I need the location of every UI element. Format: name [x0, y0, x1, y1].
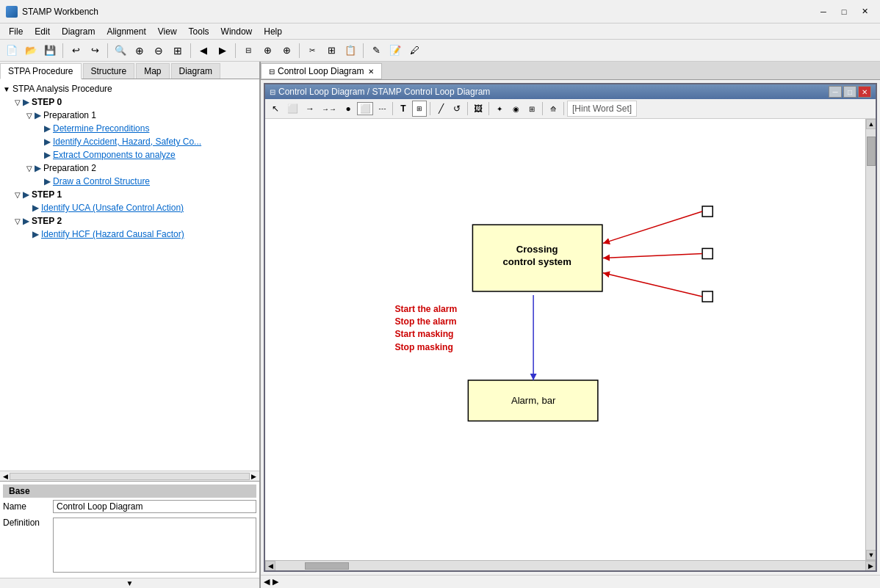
menu-view[interactable]: View — [152, 25, 183, 38]
menu-help[interactable]: Help — [258, 25, 288, 38]
toolbar-zoom-out[interactable]: ⊖ — [150, 42, 167, 59]
nav-left-arrow[interactable]: ◀ — [264, 577, 270, 587]
hscroll-right-btn[interactable]: ▶ — [865, 561, 876, 571]
menu-tools[interactable]: Tools — [183, 25, 215, 38]
diagram-close-btn[interactable]: ✕ — [858, 86, 871, 98]
dtb-image[interactable]: 🖼 — [471, 101, 486, 117]
nav-right-arrow[interactable]: ▶ — [273, 577, 278, 587]
step1-arrow: ▶ — [23, 189, 29, 200]
toolbar-fit-page[interactable]: ⊞ — [169, 42, 187, 59]
tree-identify-uca[interactable]: ▶ Identify UCA (Unsafe Control Action) — [3, 201, 256, 214]
toolbar-draw3[interactable]: 🖊 — [405, 42, 423, 59]
dtb-rect[interactable]: ⬜ — [284, 101, 301, 117]
identify-hcf-link[interactable]: Identify HCF (Hazard Causal Factor) — [41, 229, 184, 239]
vscroll-thumb[interactable] — [867, 137, 876, 166]
main-toolbar: 📄 📂 💾 ↩ ↪ 🔍 ⊕ ⊖ ⊞ ◀ ▶ ⊟ ⊕ ⊕ ✂ ⊞ 📋 ✎ 📝 🖊 — [0, 40, 880, 62]
toolbar-open[interactable]: 📂 — [22, 42, 40, 59]
toolbar-redo[interactable]: ↪ — [86, 42, 104, 59]
dtb-connector[interactable]: ⟰ — [546, 101, 560, 117]
dtb-select[interactable]: ↖ — [268, 101, 283, 117]
vscroll-up-btn[interactable]: ▲ — [866, 119, 876, 129]
tab-structure[interactable]: Structure — [83, 63, 135, 79]
extract-components-link[interactable]: Extract Components to analyze — [53, 150, 176, 160]
hint-word-set-input[interactable]: [Hint Word Set] — [567, 101, 637, 117]
dtb-curve[interactable]: ↺ — [450, 101, 464, 117]
dtb-grid[interactable]: ⊞ — [524, 101, 539, 117]
tab-map[interactable]: Map — [136, 63, 169, 79]
step1-label: STEP 1 — [32, 189, 62, 200]
tree-prep1[interactable]: ▽ ▶ Preparation 1 — [3, 109, 256, 122]
tree-draw-control[interactable]: ▶ Draw a Control Structure — [3, 175, 256, 188]
main-content: STPA Procedure Structure Map Diagram ▼ S… — [0, 62, 880, 588]
diagram-tab-control-loop[interactable]: ⊟ Control Loop Diagram ✕ — [261, 63, 382, 79]
hscroll-track[interactable] — [10, 473, 250, 480]
determine-preconditions-link[interactable]: Determine Preconditions — [53, 123, 149, 134]
dtb-double-arrow[interactable]: →→ — [319, 101, 339, 117]
toolbar-draw1[interactable]: ✎ — [367, 42, 385, 59]
label-start-alarm: Start the alarm — [395, 304, 458, 314]
dtb-circle[interactable]: ● — [341, 101, 356, 117]
toolbar-fwd[interactable]: ▶ — [214, 42, 231, 59]
vscroll-track — [866, 129, 876, 550]
dtb-text-box[interactable]: ⊞ — [412, 101, 427, 117]
menu-file[interactable]: File — [3, 25, 29, 38]
diagram-tab-close[interactable]: ✕ — [368, 68, 374, 76]
menu-window[interactable]: Window — [215, 25, 259, 38]
draw-control-link[interactable]: Draw a Control Structure — [53, 176, 150, 186]
dtb-text[interactable]: T — [396, 101, 411, 117]
toolbar-new[interactable]: 📄 — [3, 42, 21, 59]
toolbar-zoom-in[interactable]: ⊕ — [131, 42, 148, 59]
tree-step2[interactable]: ▽ ▶ STEP 2 — [3, 214, 256, 228]
dtb-dashed[interactable]: - - - — [375, 101, 389, 117]
canvas-hscroll: ◀ ▶ — [265, 560, 876, 570]
toolbar-back[interactable]: ◀ — [195, 42, 212, 59]
toolbar-undo[interactable]: ↩ — [67, 42, 84, 59]
tab-stpa-procedure[interactable]: STPA Procedure — [0, 63, 82, 79]
toolbar-btn3[interactable]: ⊕ — [278, 42, 295, 59]
toolbar-save[interactable]: 💾 — [41, 42, 59, 59]
dtb-sep2 — [430, 102, 430, 115]
hscroll-left-btn[interactable]: ◀ — [1, 473, 10, 480]
toolbar-btn2[interactable]: ⊕ — [259, 42, 276, 59]
tab-diagram[interactable]: Diagram — [171, 63, 220, 79]
toolbar-paste[interactable]: 📋 — [342, 42, 359, 59]
tree-identify-accident[interactable]: ▶ Identify Accident, Hazard, Safety Co..… — [3, 135, 256, 148]
tree-determine-preconditions[interactable]: ▶ Determine Preconditions — [3, 122, 256, 135]
dtb-line[interactable]: ╱ — [433, 101, 448, 117]
dtb-snap2[interactable]: ◉ — [508, 101, 523, 117]
hscroll-right-btn[interactable]: ▶ — [250, 473, 258, 480]
identify-uca-link[interactable]: Identify UCA (Unsafe Control Action) — [41, 203, 184, 213]
tree-prep2[interactable]: ▽ ▶ Preparation 2 — [3, 161, 256, 175]
dtb-snap[interactable]: ✦ — [492, 101, 507, 117]
toolbar-copy[interactable]: ⊞ — [322, 42, 340, 59]
tree-step0[interactable]: ▽ ▶ STEP 0 — [3, 95, 256, 109]
toolbar-draw2[interactable]: 📝 — [386, 42, 404, 59]
hscroll-left-btn[interactable]: ◀ — [265, 561, 275, 571]
menu-alignment[interactable]: Alignment — [101, 25, 151, 38]
minimize-button[interactable]: ─ — [814, 4, 833, 19]
hscroll-thumb[interactable] — [305, 562, 349, 570]
sensor-arrow-1 — [603, 211, 702, 243]
menu-edit[interactable]: Edit — [29, 25, 56, 38]
definition-textarea[interactable] — [53, 518, 256, 573]
name-input[interactable] — [53, 500, 256, 513]
close-button[interactable]: ✕ — [855, 4, 874, 19]
diagram-maximize-btn[interactable]: □ — [843, 86, 856, 98]
dtb-arrow[interactable]: → — [303, 101, 317, 117]
dtb-rect2[interactable]: ⬜ — [357, 102, 373, 115]
tree-step1[interactable]: ▽ ▶ STEP 1 — [3, 188, 256, 201]
toolbar-btn1[interactable]: ⊟ — [239, 42, 257, 59]
toolbar-cut[interactable]: ✂ — [303, 42, 321, 59]
bottom-arrow-icon[interactable]: ▼ — [126, 579, 134, 587]
tree-identify-hcf[interactable]: ▶ Identify HCF (Hazard Causal Factor) — [3, 228, 256, 241]
toolbar-zoom-fit[interactable]: 🔍 — [112, 42, 129, 59]
vscroll-down-btn[interactable]: ▼ — [866, 550, 876, 560]
diagram-minimize-btn[interactable]: ─ — [829, 86, 842, 98]
bottom-arrow-bar: ▼ — [0, 578, 259, 588]
tree-extract-components[interactable]: ▶ Extract Components to analyze — [3, 148, 256, 161]
hscroll-track[interactable] — [275, 562, 865, 570]
maximize-button[interactable]: □ — [834, 4, 854, 19]
menu-diagram[interactable]: Diagram — [56, 25, 101, 38]
identify-accident-link[interactable]: Identify Accident, Hazard, Safety Co... — [53, 137, 201, 147]
toolbar-sep3 — [190, 43, 191, 58]
